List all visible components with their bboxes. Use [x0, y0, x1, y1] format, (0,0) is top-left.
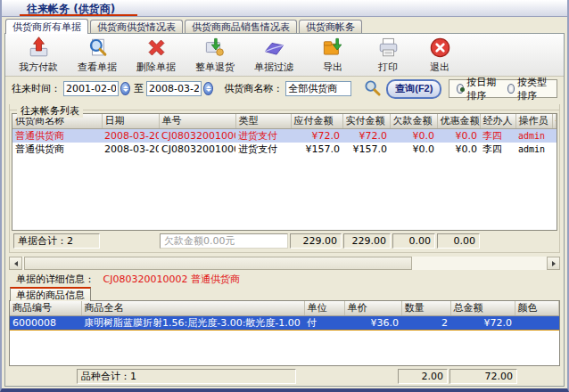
detail-summary-row: 品种合计：1 2.00 72.00: [9, 369, 560, 386]
sort-by-type-radio[interactable]: 按类型排序: [507, 76, 549, 102]
col-paid[interactable]: 实付金额: [342, 114, 390, 128]
spinner-up-icon: [123, 86, 128, 88]
cell-handler: 李四: [480, 143, 515, 156]
delete-document-button-label: 删除单据: [136, 61, 176, 74]
toolbar: 我方付款 查看单据 删除单据 整单退货 单据过滤 导出: [5, 34, 564, 77]
col-discount[interactable]: 优惠金额: [437, 114, 480, 128]
date-to-spinner[interactable]: [203, 82, 213, 95]
products-table-header: 商品编号 商品全名 单位 单价 数量 总金额 颜色: [10, 301, 559, 315]
table-row[interactable]: 普通供货商 2008-03-20 CJ080320010002 进货支付 ¥72…: [12, 128, 557, 143]
cell-supplier: 普通供货商: [12, 128, 102, 143]
export-icon: [321, 36, 345, 60]
cell-total-amount: ¥72.0: [450, 315, 515, 330]
cell-doc-number: CJ080320010002: [159, 128, 235, 143]
owed-amount-box: 欠款金额0.00元: [160, 233, 288, 249]
accounts-table: 供货商名称 日期 单号 类型 应付金额 实付金额 欠款金额 优惠金额 经办人 操…: [12, 113, 557, 231]
print-button[interactable]: 打印: [362, 35, 414, 76]
paid-total-box: 229.00: [343, 233, 391, 249]
query-button[interactable]: 查询(F2): [386, 79, 441, 99]
col-payable[interactable]: 应付金额: [291, 114, 342, 128]
col-type[interactable]: 类型: [235, 114, 291, 128]
cell-payable: ¥157.0: [291, 143, 342, 156]
cell-payable: ¥72.0: [291, 128, 342, 143]
col-date[interactable]: 日期: [102, 114, 159, 128]
scroll-left-icon[interactable]: [9, 257, 22, 270]
sort-options: 按日期排序 按类型排序: [449, 79, 557, 98]
list-summary-row: 单据合计：2 欠款金额0.00元 229.00 229.00 0.00 0.00: [12, 233, 557, 250]
spinner-up-icon: [206, 86, 211, 88]
cell-handler: 李四: [480, 128, 515, 143]
cell-discount: ¥0.0: [437, 143, 480, 156]
col-remark[interactable]: 备注: [552, 114, 557, 128]
cell-paid: ¥72.0: [342, 128, 390, 143]
title-underline: [20, 14, 137, 16]
tab-strip: 供货商所有单据 供货商供货情况表 供货商商品销售情况表 供货商帐务: [2, 17, 567, 33]
pay-icon: [27, 36, 51, 60]
tab-supplier-all-documents[interactable]: 供货商所有单据: [5, 19, 88, 34]
export-button[interactable]: 导出: [303, 35, 362, 76]
supplier-name-input[interactable]: [285, 81, 351, 96]
title-bar: 往来帐务 (供货商): [2, 0, 567, 17]
col-product-code[interactable]: 商品编号: [10, 301, 81, 315]
detail-info-line: 单据的详细信息： CJ080320010002 普通供货商: [5, 270, 564, 285]
col-unit[interactable]: 单位: [304, 301, 344, 315]
col-total-amount[interactable]: 总金额: [450, 301, 515, 315]
filter-document-button[interactable]: 单据过滤: [244, 35, 303, 76]
tab-page: 我方付款 查看单据 删除单据 整单退货 单据过滤 导出: [4, 33, 565, 387]
cell-remark: [552, 143, 557, 156]
cell-color: [515, 315, 559, 330]
exit-button-label: 退出: [430, 61, 449, 74]
detail-info-label: 单据的详细信息：: [16, 274, 95, 285]
col-unit-price[interactable]: 单价: [344, 301, 401, 315]
view-document-button[interactable]: 查看单据: [68, 35, 127, 76]
detail-doc-reference: CJ080320010002 普通供货商: [103, 274, 240, 285]
scroll-right-icon[interactable]: [547, 257, 560, 270]
tab-supplier-product-sales-report[interactable]: 供货商商品销售情况表: [185, 20, 297, 33]
scrollbar-thumb[interactable]: [24, 257, 412, 270]
accounts-list-group-title: 往来帐务列表: [17, 104, 83, 118]
col-doc-number[interactable]: 单号: [159, 114, 235, 128]
col-color[interactable]: 颜色: [515, 301, 559, 315]
date-from-input[interactable]: [63, 81, 119, 96]
cell-type: 进货支付: [235, 128, 291, 143]
scrollbar-track[interactable]: [22, 257, 547, 270]
pay-button[interactable]: 我方付款: [9, 35, 68, 76]
cell-supplier: 普通供货商: [12, 143, 102, 156]
delete-document-button[interactable]: 删除单据: [127, 35, 186, 76]
cell-owed: ¥0.0: [390, 143, 437, 156]
cell-owed: ¥0.0: [390, 128, 437, 143]
tab-supplier-supply-report[interactable]: 供货商供货情况表: [90, 20, 183, 33]
supplier-name-label: 供货商名称：: [224, 82, 283, 95]
col-operator[interactable]: 操作员: [515, 114, 552, 128]
to-label: 至: [134, 82, 144, 95]
filter-icon: [262, 36, 286, 60]
pay-button-label: 我方付款: [19, 61, 58, 74]
cell-date: 2008-03-20: [102, 143, 159, 156]
return-order-button-label: 整单退货: [195, 61, 235, 74]
export-button-label: 导出: [323, 61, 342, 74]
filter-document-button-label: 单据过滤: [254, 61, 293, 74]
accounts-table-header: 供货商名称 日期 单号 类型 应付金额 实付金额 欠款金额 优惠金额 经办人 操…: [12, 114, 557, 128]
search-icon[interactable]: [364, 79, 381, 99]
sort-by-date-radio[interactable]: 按日期排序: [457, 76, 499, 102]
tab-supplier-accounts[interactable]: 供货商帐务: [299, 20, 362, 33]
view-document-button-label: 查看单据: [78, 61, 117, 74]
col-quantity[interactable]: 数量: [401, 301, 450, 315]
cell-unit: 付: [304, 315, 344, 330]
products-table: 商品编号 商品全名 单位 单价 数量 总金额 颜色 6000008 康明树脂蓝膜…: [9, 300, 560, 366]
col-product-name[interactable]: 商品全名: [81, 301, 304, 315]
horizontal-scrollbar[interactable]: [9, 257, 560, 270]
table-row[interactable]: 6000008 康明树脂蓝膜折射1.56:屈光度-3.00:散光度-1.00 付…: [10, 315, 559, 330]
col-owed[interactable]: 欠款金额: [390, 114, 437, 128]
payable-total-box: 229.00: [290, 233, 342, 249]
date-to-input[interactable]: [146, 81, 202, 96]
tab-document-products[interactable]: 单据的商品信息: [10, 287, 91, 301]
date-from-spinner[interactable]: [120, 82, 130, 95]
return-order-button[interactable]: 整单退货: [186, 35, 244, 76]
discount-total-box: 0.00: [437, 233, 480, 249]
col-handler[interactable]: 经办人: [480, 114, 515, 128]
print-button-label: 打印: [378, 61, 398, 74]
table-row[interactable]: 普通供货商 2008-03-20 CJ080320010001 进货支付 ¥15…: [12, 143, 557, 156]
exit-icon: [428, 36, 452, 60]
exit-button[interactable]: 退出: [414, 35, 466, 76]
